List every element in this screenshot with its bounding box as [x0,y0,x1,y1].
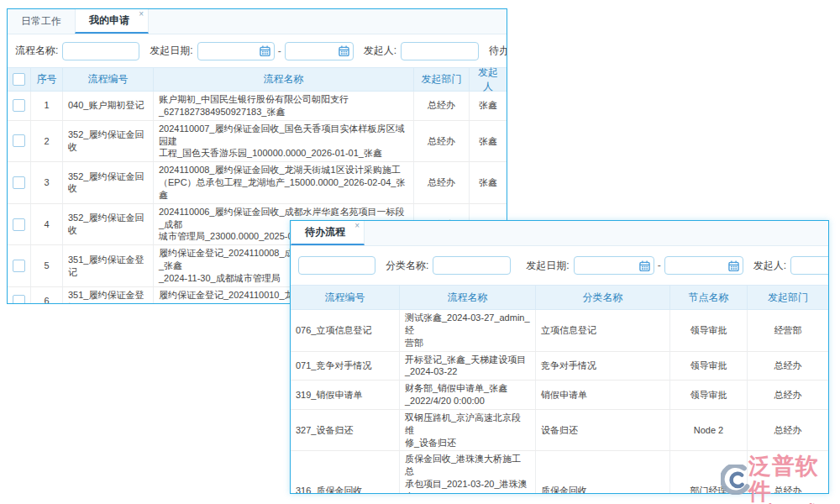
cell-node: 领导审批 [670,310,748,351]
tab-pending-processes[interactable]: 待办流程 × [291,221,365,245]
header-start-dept: 发起部门 [748,286,828,309]
tab-my-applications[interactable]: 我的申请 × [75,9,149,34]
header-start-dept: 发起部门 [414,68,470,91]
fanpu-logo-icon [721,465,751,495]
table-row[interactable]: 3 352_履约保证金回收 2024110008_履约保证金回收_龙湖天街城1区… [8,162,507,204]
header-starter: 发起人 [470,68,507,91]
row-checkbox[interactable] [13,295,25,304]
row-checkbox[interactable] [13,99,25,112]
calendar-icon[interactable] [339,45,349,56]
table-row[interactable]: 327_设备归还 双钢压路机_京沪高速北京段维 修_设备归还 设备归还 Node… [291,410,828,452]
cell-code: 351_履约保证金登记 [63,245,154,286]
cell-node: 领导审批 [670,352,748,381]
category-input[interactable] [433,256,511,275]
cell-starter: 张鑫 [470,121,507,162]
cell-starter: 张鑫 [470,92,507,120]
header-process-code: 流程编号 [63,68,154,91]
cell-code: 327_设备归还 [291,410,400,451]
row-checkbox[interactable] [13,134,25,147]
category-label: 分类名称: [386,259,428,273]
cell-dept: 经营部 [748,310,828,351]
cell-code: 076_立项信息登记 [291,310,400,351]
date-separator: - [658,260,661,271]
tab-daily-work[interactable]: 日常工作 [8,9,75,34]
header-process-name: 流程名称 [154,68,414,91]
process-name-input[interactable] [298,256,375,275]
table-row[interactable]: 071_竞争对手情况 开标登记_张鑫_天梯建设项目 _2024-03-22 竞争… [291,352,828,381]
cell-name: 财务部_销假申请单_张鑫 _2022/4/20 0:00:00 [400,381,536,409]
cell-name: 2024110008_履约保证金回收_龙湖天街城1区设计采购施工 （EPC）总承… [154,162,414,203]
calendar-icon[interactable] [260,45,270,56]
cell-dept: 总经办 [748,381,828,409]
cell-category: 质保金回收 [536,451,670,494]
process-name-input[interactable] [62,42,139,60]
header-process-name: 流程名称 [400,286,536,309]
cell-code: 352_履约保证金回收 [63,121,154,162]
cell-code: 352_履约保证金回收 [63,204,154,245]
cell-name: 测试张鑫_2024-03-27_admin_经 营部 [400,310,536,351]
tab-pending-processes-label: 待办流程 [305,225,345,239]
cell-dept: 总经办 [414,121,470,162]
cell-seq: 5 [31,245,63,286]
row-checkbox[interactable] [13,218,25,231]
cell-code: 351_履约保证金登记 [63,287,154,304]
cell-name: 账户期初_中国民生银行股份有限公司朝阳支行 _62718273849509271… [154,92,414,120]
cell-name: 双钢压路机_京沪高速北京段维 修_设备归还 [400,410,536,451]
cell-seq: 1 [31,92,63,120]
row-checkbox[interactable] [13,260,25,272]
row-checkbox[interactable] [13,176,25,189]
cell-category: 销假申请单 [536,381,670,409]
header-node-name: 节点名称 [670,286,748,309]
cell-code: 071_竞争对手情况 [291,352,400,381]
header-process-code: 流程编号 [291,286,400,309]
cell-category: 设备归还 [536,410,670,451]
front-tab-bar: 待办流程 × [291,221,828,246]
back-table-header: 序号 流程编号 流程名称 发起部门 发起人 [8,67,507,92]
assignee-label: 待办人: [489,44,507,58]
header-seq: 序号 [31,68,63,91]
front-table-header: 流程编号 流程名称 分类名称 节点名称 发起部门 [291,285,828,310]
cell-node: 领导审批 [670,381,748,409]
back-tab-bar: 日常工作 我的申请 × [8,9,507,34]
calendar-icon[interactable] [728,260,739,271]
watermark-brand: 泛普软件 [748,454,840,504]
table-row[interactable]: 319_销假申请单 财务部_销假申请单_张鑫 _2022/4/20 0:00:0… [291,381,828,410]
starter-label: 发起人: [364,44,396,58]
fanpu-watermark: 泛普软件 www.fanpusoft.com [721,454,840,504]
cell-dept: 总经办 [414,92,470,120]
cell-seq: 2 [31,121,63,162]
cell-seq: 4 [31,204,63,245]
cell-seq: 3 [31,162,63,203]
cell-dept: 总经办 [748,410,828,451]
cell-code: 316_质保金回收 [291,451,400,494]
date-separator: - [278,45,281,57]
cell-category: 立项信息登记 [536,310,670,351]
cell-name: 开标登记_张鑫_天梯建设项目 _2024-03-22 [400,352,536,381]
cell-name: 质保金回收_港珠澳大桥施工总 承包项目_2021-03-20_港珠澳大 桥施工总… [400,451,536,494]
cell-node: Node 2 [670,410,748,451]
table-row[interactable]: 2 352_履约保证金回收 2024110007_履约保证金回收_国色天香项目实… [8,121,507,163]
start-date-label: 发起日期: [526,259,569,273]
starter-input[interactable] [401,42,479,60]
cell-dept: 总经办 [414,162,470,203]
cell-starter: 张鑫 [470,162,507,203]
process-name-label: 流程名称: [15,44,58,58]
table-row[interactable]: 1 040_账户期初登记 账户期初_中国民生银行股份有限公司朝阳支行 _6271… [8,92,507,121]
cell-dept: 总经办 [748,352,828,381]
cell-category: 竞争对手情况 [536,352,670,381]
close-icon[interactable]: × [139,10,144,18]
starter-label: 发起人: [753,259,786,273]
table-row[interactable]: 076_立项信息登记 测试张鑫_2024-03-27_admin_经 营部 立项… [291,310,828,352]
select-all-checkbox[interactable] [13,73,25,86]
calendar-icon[interactable] [639,260,650,271]
cell-code: 352_履约保证金回收 [63,162,154,203]
starter-input[interactable] [790,256,829,275]
cell-name: 2024110007_履约保证金回收_国色天香项目实体样板房区域园建 工程_国色… [154,121,414,162]
front-filter-bar: 分类名称: 发起日期: - 发起人: [291,246,828,285]
close-icon[interactable]: × [354,222,360,230]
cell-seq: 6 [31,287,63,304]
cell-code: 319_销假申请单 [291,381,400,409]
start-date-label: 发起日期: [150,44,192,58]
tab-my-applications-label: 我的申请 [89,13,129,28]
cell-code: 040_账户期初登记 [63,92,154,120]
